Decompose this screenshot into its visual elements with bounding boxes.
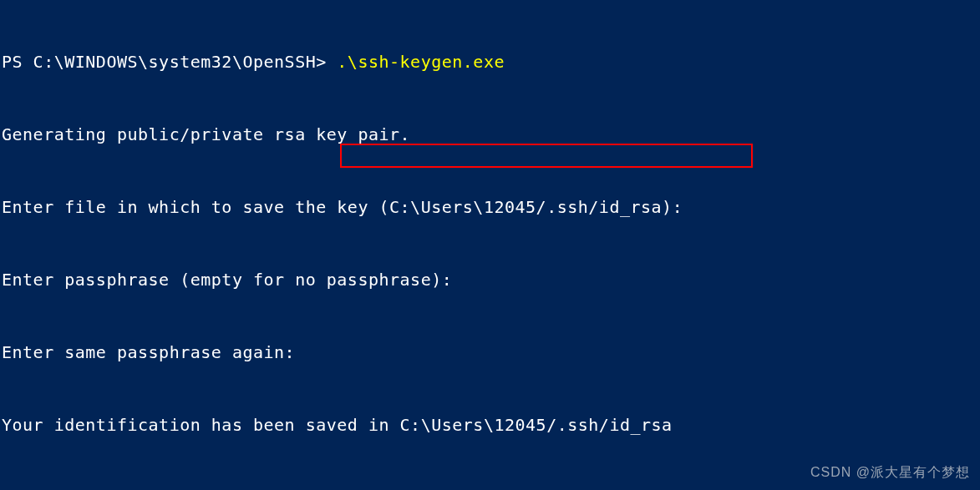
output-line: Enter file in which to save the key (C:\… xyxy=(2,195,980,220)
output-line: Enter same passphrase again: xyxy=(2,341,980,365)
csdn-watermark: CSDN @派大星有个梦想 xyxy=(810,462,970,482)
output-line: Your identification has been saved in C:… xyxy=(2,413,980,437)
output-line-pubkey: Your public key has been saved in C:\Use… xyxy=(2,486,980,490)
output-line: Generating public/private rsa key pair. xyxy=(2,123,980,147)
output-line: Enter passphrase (empty for no passphras… xyxy=(2,268,980,292)
typed-command: .\ssh-keygen.exe xyxy=(337,52,505,72)
command-line: PS C:\WINDOWS\system32\OpenSSH> .\ssh-ke… xyxy=(2,50,980,74)
ps-prompt: PS C:\WINDOWS\system32\OpenSSH> xyxy=(2,52,337,72)
terminal-output[interactable]: PS C:\WINDOWS\system32\OpenSSH> .\ssh-ke… xyxy=(2,2,980,490)
